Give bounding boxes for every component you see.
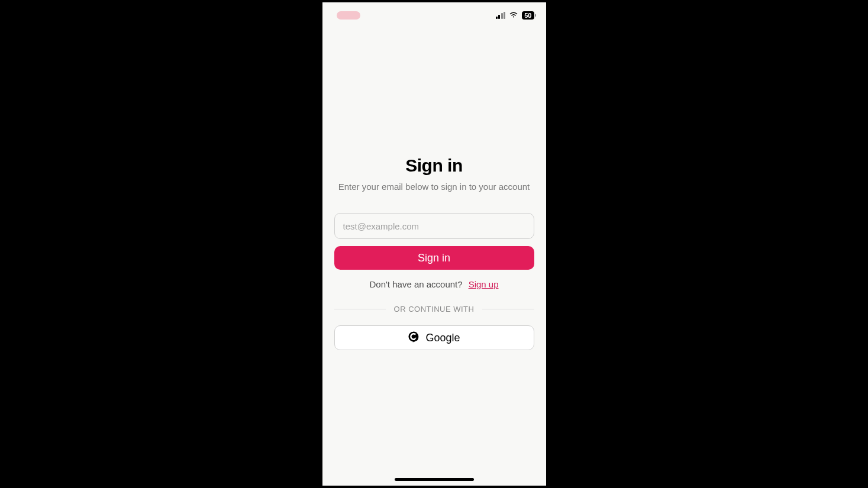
google-icon bbox=[408, 331, 420, 345]
home-indicator[interactable] bbox=[395, 478, 474, 481]
status-indicators: 50 bbox=[496, 10, 534, 21]
cellular-signal-icon bbox=[496, 12, 506, 19]
battery-icon: 50 bbox=[522, 11, 534, 20]
divider-text: OR CONTINUE WITH bbox=[386, 305, 483, 314]
divider-line-left bbox=[334, 309, 386, 309]
wifi-icon bbox=[509, 10, 518, 21]
status-bar: 50 bbox=[322, 2, 546, 28]
page-subtitle: Enter your email below to sign in to you… bbox=[334, 182, 534, 192]
google-signin-button[interactable]: Google bbox=[334, 325, 534, 350]
auth-content: Sign in Enter your email below to sign i… bbox=[322, 28, 546, 486]
divider: OR CONTINUE WITH bbox=[334, 305, 534, 314]
status-pill bbox=[337, 11, 360, 20]
no-account-text: Don't have an account? bbox=[369, 279, 462, 289]
signin-button[interactable]: Sign in bbox=[334, 246, 534, 270]
phone-screen: 50 Sign in Enter your email below to sig… bbox=[322, 2, 546, 486]
signup-link[interactable]: Sign up bbox=[469, 279, 499, 289]
signup-row: Don't have an account? Sign up bbox=[334, 279, 534, 289]
battery-level: 50 bbox=[524, 12, 531, 19]
divider-line-right bbox=[482, 309, 534, 309]
google-button-label: Google bbox=[425, 332, 460, 344]
page-title: Sign in bbox=[334, 156, 534, 176]
email-input[interactable] bbox=[334, 213, 534, 239]
